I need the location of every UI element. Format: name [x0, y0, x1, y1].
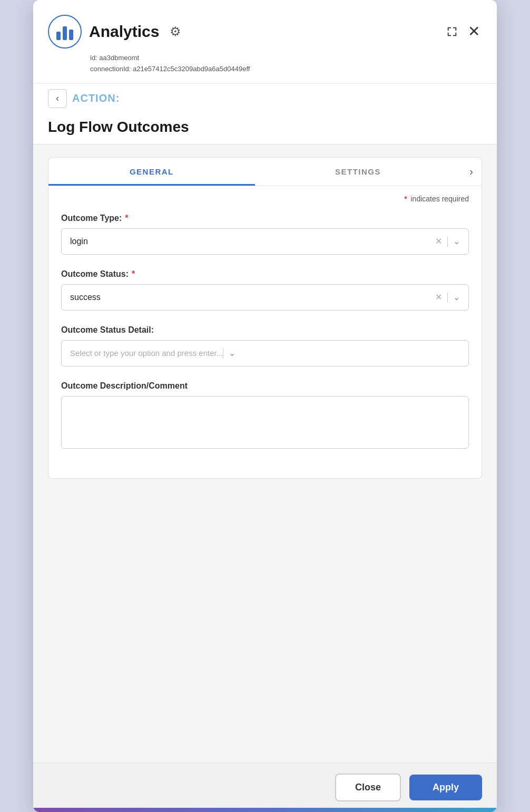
app-title: Analytics [89, 23, 159, 41]
page-title-area: Log Flow Outcomes [33, 113, 497, 144]
bar-chart-icon [56, 23, 73, 40]
outcome-status-required: * [132, 269, 135, 279]
id-meta: id: aa3dbmeomt [90, 53, 480, 64]
browser-bar [33, 808, 497, 812]
apply-button[interactable]: Apply [409, 775, 482, 800]
bar-2 [63, 26, 67, 40]
header-meta: id: aa3dbmeomt connectionId: a21e57412c5… [48, 53, 480, 75]
outcome-type-clear-icon[interactable]: ✕ [435, 236, 442, 246]
modal-footer: Close Apply [33, 762, 497, 812]
tabs-row: GENERAL SETTINGS › [48, 158, 482, 186]
required-star-note: * [404, 195, 407, 203]
outcome-type-group: Outcome Type: * login ✕ ⌄ [61, 214, 469, 255]
bar-1 [56, 32, 61, 40]
required-note-text: indicates required [410, 195, 469, 203]
outcome-status-detail-label: Outcome Status Detail: [61, 325, 469, 335]
close-button[interactable]: Close [335, 774, 401, 801]
action-nav: ‹ ACTION: [33, 83, 497, 113]
outcome-status-value: success [70, 293, 435, 302]
gear-icon[interactable]: ⚙ [170, 24, 181, 39]
outcome-description-input[interactable] [61, 396, 469, 449]
close-icon[interactable]: ✕ [468, 24, 480, 39]
connection-meta: connectionId: a21e57412c5c3209abd9a6a5d0… [90, 64, 480, 75]
outcome-type-label: Outcome Type: * [61, 214, 469, 223]
outcome-status-clear-icon[interactable]: ✕ [435, 292, 442, 302]
action-label: ACTION: [72, 92, 120, 104]
modal-container: Analytics ⚙ ✕ id: aa3dbmeomt connectionI… [33, 0, 497, 812]
modal-header: Analytics ⚙ ✕ id: aa3dbmeomt connectionI… [33, 0, 497, 83]
tab-general[interactable]: GENERAL [48, 158, 255, 186]
outcome-status-detail-select[interactable]: Select or type your option and press ent… [61, 340, 469, 366]
required-note: * indicates required [61, 195, 469, 203]
select-divider-2 [447, 292, 448, 303]
form-content: * indicates required Outcome Type: * log… [48, 186, 482, 478]
outcome-type-select[interactable]: login ✕ ⌄ [61, 228, 469, 255]
outcome-status-group: Outcome Status: * success ✕ ⌄ [61, 269, 469, 311]
outcome-status-detail-chevron-icon[interactable]: ⌄ [229, 348, 235, 358]
header-actions: ✕ [445, 24, 480, 39]
outcome-description-label: Outcome Description/Comment [61, 381, 469, 391]
modal-body: GENERAL SETTINGS › * indicates required … [33, 144, 497, 762]
outcome-type-chevron-icon[interactable]: ⌄ [453, 236, 460, 246]
outcome-status-label: Outcome Status: * [61, 269, 469, 279]
resize-icon[interactable] [445, 24, 459, 39]
select-divider-1 [447, 236, 448, 247]
header-left: Analytics ⚙ [48, 15, 181, 49]
app-logo [48, 15, 82, 49]
bar-3 [69, 30, 73, 40]
outcome-status-detail-group: Outcome Status Detail: Select or type yo… [61, 325, 469, 366]
tab-next-arrow[interactable]: › [461, 166, 482, 178]
outcome-type-value: login [70, 237, 435, 246]
outcome-description-group: Outcome Description/Comment [61, 381, 469, 451]
back-button[interactable]: ‹ [48, 89, 67, 108]
outcome-status-chevron-icon[interactable]: ⌄ [453, 292, 460, 302]
select-divider-3 [223, 348, 223, 359]
outcome-status-detail-placeholder: Select or type your option and press ent… [70, 349, 223, 357]
page-title: Log Flow Outcomes [48, 119, 482, 136]
outcome-status-select[interactable]: success ✕ ⌄ [61, 284, 469, 311]
tab-settings[interactable]: SETTINGS [255, 158, 462, 186]
tabs-card: GENERAL SETTINGS › * indicates required … [48, 157, 482, 479]
outcome-type-required: * [125, 214, 128, 223]
